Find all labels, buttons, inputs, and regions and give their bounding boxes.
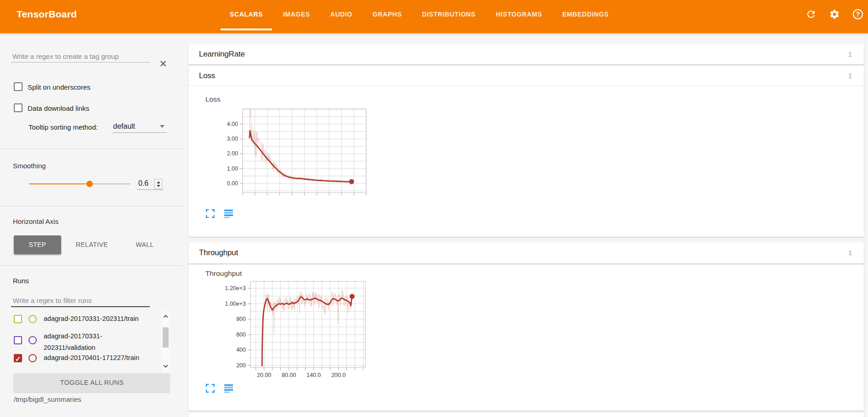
tag-filter-underline (11, 62, 150, 63)
tooltip-sorting-label: Tooltip sorting method: (28, 123, 98, 131)
svg-text:80.00: 80.00 (282, 372, 296, 378)
smoothing-stepper[interactable] (154, 179, 162, 189)
section-title: Loss (199, 71, 215, 80)
tag-filter-input[interactable]: Write a regex to create a tag group (12, 52, 119, 60)
tab-graphs[interactable]: GRAPHS (363, 0, 412, 30)
tab-embeddings[interactable]: EMBEDDINGS (552, 0, 619, 30)
chart-title-throughput: Throughput (205, 269, 242, 278)
chart-title-loss: Loss (205, 95, 221, 103)
axis-wall-button[interactable]: WALL (128, 235, 162, 254)
axis-relative-button[interactable]: RELATIVE (70, 235, 114, 254)
svg-text:600: 600 (236, 331, 246, 338)
svg-text:?: ? (856, 11, 860, 18)
divider (0, 149, 184, 149)
horizontal-axis-label: Horizontal Axis (13, 217, 58, 225)
tab-scalars[interactable]: SCALARS (220, 0, 273, 30)
tab-distributions[interactable]: DISTRIBUTIONS (412, 0, 486, 30)
smoothing-value-input[interactable]: 0.6 (138, 179, 148, 188)
divider (0, 265, 184, 266)
section-throughput-content: Throughput 1.20e+31.00e+380060040020020.… (188, 265, 864, 411)
expand-chart-icon[interactable] (206, 209, 215, 218)
svg-text:2.00: 2.00 (227, 150, 238, 157)
svg-text:800: 800 (236, 316, 246, 322)
run-selector-icon[interactable] (224, 209, 233, 218)
svg-text:1.00: 1.00 (227, 166, 238, 172)
throughput-chart[interactable]: 1.20e+31.00e+380060040020020.0080.00140.… (211, 279, 370, 384)
run-checkbox[interactable]: ✓ (14, 315, 22, 323)
tab-images[interactable]: IMAGES (273, 0, 320, 30)
help-icon[interactable]: ? (852, 9, 863, 20)
run-checkbox[interactable]: ✓ (14, 354, 22, 362)
tab-histograms[interactable]: HISTOGRAMS (486, 0, 552, 30)
runs-list: ✓ adagrad-20170331-202311/train ✓ adagra… (0, 311, 184, 375)
svg-text:400: 400 (236, 347, 246, 353)
log-directory-path: /tmp/bigdl_summaries (14, 395, 81, 403)
section-loss: Loss 1 Loss 4.003.002.001.000.00 (188, 66, 864, 237)
chevron-down-icon[interactable] (160, 125, 165, 128)
smoothing-label: Smoothing (13, 162, 46, 170)
section-header-loss[interactable]: Loss 1 (188, 66, 864, 86)
runs-scrollbar[interactable] (162, 311, 170, 372)
data-download-label: Data download links (28, 104, 89, 112)
svg-text:200: 200 (236, 362, 246, 369)
runs-filter-input[interactable]: Write a regex to filter runs (13, 297, 91, 304)
run-checkbox[interactable]: ✓ (14, 336, 22, 344)
split-underscores-checkbox[interactable] (14, 82, 23, 91)
loss-chart[interactable]: 4.003.002.001.000.00 (208, 106, 371, 211)
section-count-badge: 1 (848, 72, 852, 80)
divider (0, 206, 184, 206)
smoothing-underline (137, 189, 164, 190)
run-label: adagrad-20170331-202311/validation (44, 331, 149, 354)
smoothing-slider-fill (29, 183, 90, 184)
data-download-checkbox[interactable] (14, 103, 23, 112)
svg-text:4.00: 4.00 (227, 121, 238, 127)
section-title: LearningRate (199, 50, 245, 59)
close-icon[interactable]: ✕ (158, 59, 168, 69)
run-color-radio[interactable] (28, 315, 37, 323)
svg-text:140.0: 140.0 (306, 372, 321, 378)
section-title: Throughput (199, 248, 238, 257)
section-count-badge: 1 (848, 50, 852, 58)
scroll-down-icon[interactable] (163, 363, 169, 369)
expand-chart-icon[interactable] (206, 384, 215, 393)
toggle-all-runs-button[interactable]: TOGGLE ALL RUNS (14, 373, 170, 392)
sidebar: Write a regex to create a tag group ✕ Sp… (0, 33, 184, 417)
section-count-badge: 1 (848, 249, 852, 257)
stepper-down-icon[interactable] (157, 185, 160, 187)
runs-label: Runs (13, 277, 29, 285)
split-underscores-label: Split on underscores (28, 83, 91, 91)
svg-text:1.20e+3: 1.20e+3 (225, 285, 246, 291)
scrollbar-thumb[interactable] (163, 327, 169, 348)
nav-tabs: SCALARS IMAGES AUDIO GRAPHS DISTRIBUTION… (220, 0, 619, 30)
svg-text:0.00: 0.00 (227, 180, 238, 187)
smoothing-slider-knob[interactable] (86, 181, 93, 187)
axis-step-button[interactable]: STEP (14, 235, 61, 254)
main-content: LearningRate 1 Loss 1 Loss 4.003.002.001… (188, 33, 868, 417)
runs-filter-underline (11, 306, 150, 307)
app-title: TensorBoard (17, 0, 77, 29)
svg-text:1.00e+3: 1.00e+3 (225, 301, 246, 307)
run-row[interactable]: ✓ adagrad-20170331-202311/train (14, 315, 161, 327)
app-header: TensorBoard SCALARS IMAGES AUDIO GRAPHS … (0, 0, 868, 33)
svg-text:3.00: 3.00 (227, 136, 238, 142)
scroll-up-icon[interactable] (163, 314, 169, 320)
tab-audio[interactable]: AUDIO (320, 0, 363, 30)
svg-text:200.0: 200.0 (331, 372, 346, 378)
settings-gear-icon[interactable] (829, 9, 840, 20)
chart-actions (206, 384, 233, 393)
section-learningrate[interactable]: LearningRate 1 (188, 44, 864, 64)
tooltip-sorting-underline (113, 132, 167, 133)
stepper-up-icon[interactable] (157, 181, 160, 183)
refresh-icon[interactable] (806, 9, 817, 20)
header-actions: ? (806, 0, 863, 29)
run-color-radio[interactable] (28, 336, 37, 344)
run-label: adagrad-20170331-202311/train (44, 313, 139, 325)
svg-text:20.00: 20.00 (257, 372, 271, 378)
tooltip-sorting-select[interactable]: default (113, 122, 135, 131)
section-partial[interactable] (188, 413, 864, 417)
run-row[interactable]: ✓ adagrad-20170401-171227/train (14, 354, 161, 366)
run-color-radio[interactable] (28, 354, 37, 362)
section-header-throughput[interactable]: Throughput 1 (188, 242, 864, 263)
run-label: adagrad-20170401-171227/train (44, 352, 139, 364)
run-selector-icon[interactable] (224, 384, 233, 393)
